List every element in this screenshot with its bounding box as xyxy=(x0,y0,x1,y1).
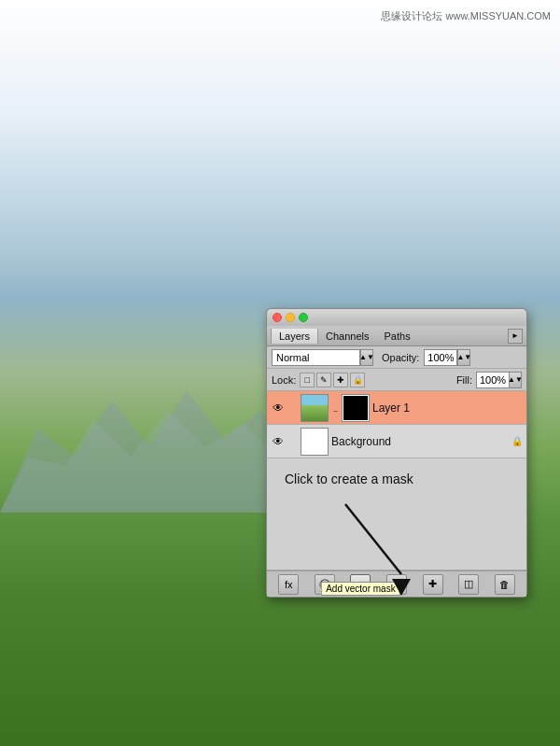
add-adjustment-icon: ◐ xyxy=(392,578,401,590)
eye-icon-background[interactable]: 👁 xyxy=(271,434,286,449)
fx-button[interactable]: fx xyxy=(278,574,299,595)
mountains-svg xyxy=(0,373,280,513)
add-adjustment-button[interactable]: ◐ xyxy=(386,574,407,595)
lock-transparent-btn[interactable]: □ xyxy=(300,373,315,387)
add-mask-button[interactable]: ◯ xyxy=(315,574,335,595)
add-mask-icon: ◯ xyxy=(319,578,330,590)
fill-input[interactable] xyxy=(476,372,510,388)
layer-name-layer1: Layer 1 xyxy=(372,401,523,415)
watermark: 思缘设计论坛 www.MISSYUAN.COM xyxy=(381,9,551,23)
panel-toolbar: fx ◯ □ Add vector mask ◐ ✚ ◫ 🗑 xyxy=(267,570,526,597)
minimize-button[interactable] xyxy=(286,313,295,322)
blend-mode-arrow[interactable]: ▲▼ xyxy=(360,349,373,366)
opacity-arrow[interactable]: ▲▼ xyxy=(457,349,470,366)
maximize-button[interactable] xyxy=(299,313,308,322)
opacity-input[interactable] xyxy=(424,349,457,366)
layer-mask-thumb-layer1 xyxy=(342,394,370,422)
fill-label: Fill: xyxy=(456,374,472,386)
add-vector-mask-button[interactable]: □ Add vector mask xyxy=(350,574,371,595)
delete-layer-button[interactable]: 🗑 xyxy=(495,574,515,595)
lock-fill-row: Lock: □ ✎ ✚ 🔒 Fill: ▲▼ xyxy=(267,369,526,391)
delete-icon: 🗑 xyxy=(499,579,510,590)
layers-empty-area xyxy=(267,458,526,570)
add-style-button[interactable]: ✚ xyxy=(423,574,443,595)
traffic-lights xyxy=(273,313,308,322)
layers-panel: Layers Channels Paths ► Normal ▲▼ Opacit… xyxy=(266,308,527,598)
fx-label: fx xyxy=(285,579,293,590)
tab-paths[interactable]: Paths xyxy=(377,329,418,344)
layer-row-layer1[interactable]: 👁 ⎯ Layer 1 xyxy=(267,391,526,425)
lock-position-btn[interactable]: ✚ xyxy=(333,373,348,387)
add-vector-mask-icon: □ xyxy=(357,579,364,590)
layer-thumb-background xyxy=(301,428,329,456)
tab-channels[interactable]: Channels xyxy=(318,329,376,344)
blend-mode-select[interactable]: Normal xyxy=(272,349,360,366)
layers-list: 👁 ⎯ Layer 1 👁 Background 🔒 xyxy=(267,391,526,458)
fill-arrow[interactable]: ▲▼ xyxy=(509,372,522,388)
eye-icon-layer1[interactable]: 👁 xyxy=(271,401,286,415)
close-button[interactable] xyxy=(273,313,282,322)
tab-layers[interactable]: Layers xyxy=(271,329,318,344)
layer-thumb-layer1 xyxy=(301,394,329,422)
layer-link-background xyxy=(288,434,298,449)
blend-opacity-row: Normal ▲▼ Opacity: ▲▼ xyxy=(267,346,526,369)
panel-tabs: Layers Channels Paths ► xyxy=(267,326,526,346)
lock-icons: □ ✎ ✚ 🔒 xyxy=(300,373,365,387)
panel-options-arrow[interactable]: ► xyxy=(508,329,523,344)
background-lock-icon: 🔒 xyxy=(511,436,523,446)
lock-image-btn[interactable]: ✎ xyxy=(316,373,331,387)
layer-name-background: Background xyxy=(331,435,509,448)
new-group-icon: ◫ xyxy=(464,578,473,590)
layer-row-background[interactable]: 👁 Background 🔒 xyxy=(267,425,526,458)
mask-link-layer1: ⎯ xyxy=(331,394,339,422)
new-group-button[interactable]: ◫ xyxy=(458,574,479,595)
add-style-icon: ✚ xyxy=(428,578,437,590)
panel-titlebar xyxy=(267,309,526,326)
lock-label: Lock: xyxy=(272,374,296,386)
opacity-label: Opacity: xyxy=(382,352,419,363)
lock-all-btn[interactable]: 🔒 xyxy=(350,373,365,387)
svg-marker-1 xyxy=(0,410,280,513)
layer-link-layer1 xyxy=(288,401,298,415)
